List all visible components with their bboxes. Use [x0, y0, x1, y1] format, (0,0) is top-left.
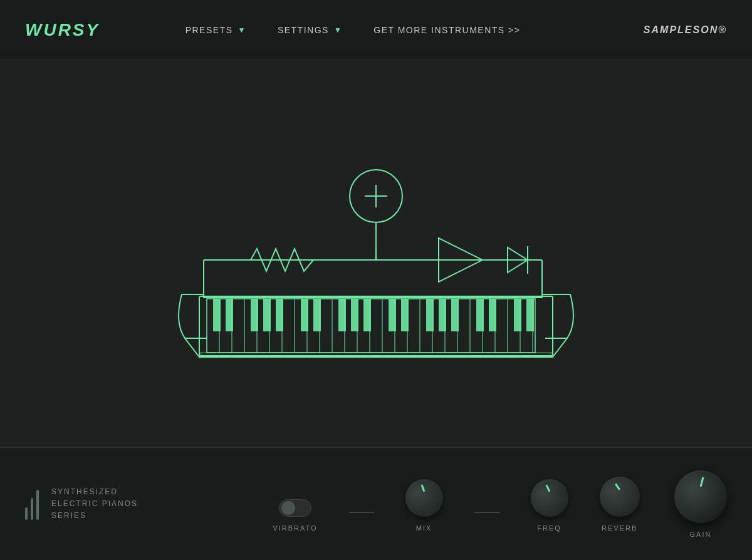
bar-3	[36, 490, 39, 520]
settings-menu[interactable]: SETTINGS ▼	[278, 25, 342, 35]
main-nav: PRESETS ▼ SETTINGS ▼ GET MORE INSTRUMENT…	[185, 25, 521, 35]
svg-rect-53	[363, 299, 371, 331]
mix-knob[interactable]	[405, 479, 443, 517]
brand-logo: SAMPLESON®	[644, 24, 727, 36]
svg-rect-50	[313, 299, 321, 331]
mix-label: MIX	[416, 524, 432, 532]
gain-knob[interactable]	[674, 470, 727, 523]
presets-menu[interactable]: PRESETS ▼	[185, 25, 246, 35]
svg-rect-59	[476, 299, 484, 331]
svg-rect-54	[389, 299, 396, 331]
instrument-display	[0, 60, 752, 447]
freq-label: FREQ	[537, 524, 561, 532]
bar-1	[25, 507, 28, 520]
bar-2	[31, 498, 33, 520]
vibrato-control: VIRBRATO	[273, 499, 317, 532]
presets-chevron-icon: ▼	[238, 26, 246, 34]
reverb-knob[interactable]	[600, 477, 640, 517]
controls-panel: SYNTHESIZED ELECTRIC PIANOS SERIES VIRBR…	[0, 447, 752, 560]
svg-rect-48	[276, 299, 283, 331]
connector-line-2	[474, 512, 499, 513]
vibrato-toggle[interactable]	[279, 499, 311, 517]
svg-rect-56	[426, 299, 434, 331]
svg-rect-58	[451, 299, 459, 331]
header: WURSY PRESETS ▼ SETTINGS ▼ GET MORE INST…	[0, 0, 752, 60]
settings-chevron-icon: ▼	[334, 26, 342, 34]
svg-rect-49	[301, 299, 308, 331]
svg-rect-57	[439, 299, 446, 331]
svg-rect-52	[351, 299, 358, 331]
svg-rect-55	[401, 299, 409, 331]
svg-rect-47	[263, 299, 271, 331]
reverb-control: REVERB	[600, 477, 640, 532]
get-more-instruments-link[interactable]: GET MORE INSTRUMENTS >>	[373, 25, 520, 35]
svg-rect-44	[213, 299, 221, 331]
connector-line-1	[349, 512, 374, 513]
reverb-label: REVERB	[602, 524, 637, 532]
effect-controls: VIRBRATO MIX FREQ REVERB	[238, 477, 674, 532]
gain-label: GAIN	[690, 531, 712, 538]
freq-control: FREQ	[531, 479, 568, 532]
app-logo: WURSY	[25, 20, 100, 40]
svg-rect-62	[526, 299, 534, 331]
series-bars-icon	[25, 489, 39, 520]
series-info: SYNTHESIZED ELECTRIC PIANOS SERIES	[25, 486, 238, 522]
vibrato-label: VIRBRATO	[273, 524, 317, 532]
svg-rect-45	[226, 299, 233, 331]
toggle-thumb	[281, 501, 295, 515]
mix-control: MIX	[405, 479, 443, 532]
svg-rect-51	[338, 299, 346, 331]
series-description: SYNTHESIZED ELECTRIC PIANOS SERIES	[51, 486, 138, 522]
freq-knob[interactable]	[531, 479, 568, 517]
svg-rect-60	[489, 299, 496, 331]
svg-rect-61	[514, 299, 521, 331]
svg-rect-46	[251, 299, 258, 331]
instrument-illustration	[107, 103, 645, 404]
gain-control: GAIN	[674, 470, 727, 538]
